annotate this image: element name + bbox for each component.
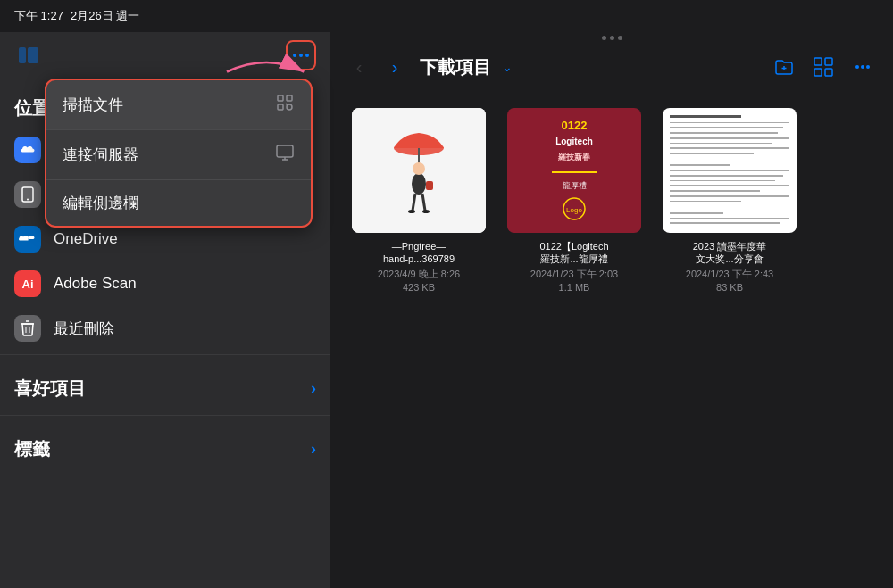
svg-point-36: [422, 210, 430, 213]
more-options-wrapper: [286, 40, 316, 70]
divider-2: [0, 415, 330, 416]
svg-rect-0: [19, 47, 26, 63]
status-bar: 下午 1:27 2月26日 週一: [0, 0, 893, 32]
forward-button[interactable]: ›: [380, 53, 409, 81]
file-name-pngtree: —Pngtree—hand-p...369789: [383, 240, 455, 266]
svg-line-33: [413, 194, 415, 211]
menu-item-edit[interactable]: 編輯側邊欄: [46, 180, 311, 226]
sidebar: 掃描文件 連接伺服器: [0, 32, 330, 588]
dots-indicator: [330, 32, 893, 44]
file-meta-logitech: 2024/1/23 下午 2:031.1 MB: [530, 268, 618, 295]
sidebar-item-trash[interactable]: 最近刪除: [0, 306, 330, 351]
dropdown-menu: 掃描文件 連接伺服器: [45, 79, 313, 228]
svg-point-4: [305, 54, 309, 57]
ipad-icon: [14, 181, 41, 208]
icloud-icon: [14, 137, 41, 163]
file-thumbnail-pngtree: [352, 108, 486, 233]
menu-scan-label: 掃描文件: [63, 95, 123, 115]
svg-text:Logo: Logo: [566, 206, 582, 214]
svg-point-28: [866, 65, 870, 69]
tags-section[interactable]: 標籤 ›: [0, 427, 330, 472]
scan-icon: [275, 93, 295, 117]
tags-chevron: ›: [311, 440, 316, 459]
svg-point-3: [299, 54, 303, 57]
svg-rect-23: [825, 58, 832, 65]
adobe-icon: Ai: [14, 270, 41, 297]
dot-3: [618, 36, 622, 40]
title-dropdown-chevron[interactable]: ⌄: [502, 60, 513, 74]
sidebar-toggle-button[interactable]: [14, 41, 43, 70]
more-options-button[interactable]: [286, 40, 316, 70]
divider-1: [0, 354, 330, 355]
svg-rect-8: [278, 104, 283, 110]
back-button[interactable]: ‹: [345, 53, 373, 81]
svg-rect-7: [287, 95, 292, 101]
monitor-icon: [275, 143, 295, 167]
sidebar-header: [0, 32, 330, 79]
content-header: ‹ › 下載項目 ⌄: [330, 44, 893, 90]
svg-rect-37: [426, 181, 433, 190]
favorites-chevron: ›: [311, 379, 316, 398]
file-thumbnail-award: [663, 108, 797, 233]
menu-item-connect[interactable]: 連接伺服器: [46, 130, 311, 180]
dot-1: [602, 36, 606, 40]
main-layout: 掃描文件 連接伺服器: [0, 32, 893, 588]
svg-point-35: [408, 210, 415, 213]
file-name-logitech: 0122【Logitech羅技新...龍厚禮: [539, 240, 608, 266]
sidebar-item-adobe[interactable]: Ai Adobe Scan: [0, 261, 330, 306]
file-item-award[interactable]: 2023 讀墨年度華文大奖...分享會 2024/1/23 下午 2:4383 …: [663, 108, 797, 294]
svg-line-34: [422, 194, 425, 211]
onedrive-label: OneDrive: [54, 230, 118, 248]
favorites-section[interactable]: 喜好項目 ›: [0, 366, 330, 411]
new-folder-button[interactable]: [768, 51, 800, 83]
file-item-pngtree[interactable]: —Pngtree—hand-p...369789 2023/4/9 晚上 8:2…: [352, 108, 486, 294]
file-thumbnail-logitech: 0122 Logitech 羅技新春 龍厚禮 Logo: [507, 108, 641, 233]
trash-label: 最近刪除: [54, 319, 114, 339]
content-area: ‹ › 下載項目 ⌄: [330, 32, 893, 588]
file-grid: —Pngtree—hand-p...369789 2023/4/9 晚上 8:2…: [330, 90, 893, 312]
file-name-award: 2023 讀墨年度華文大奖...分享會: [693, 240, 767, 266]
status-date: 2月26日 週一: [71, 8, 139, 24]
svg-rect-24: [814, 69, 822, 76]
svg-point-2: [293, 54, 296, 57]
view-toggle-button[interactable]: [807, 51, 839, 83]
breadcrumb-title: 下載項目: [420, 55, 491, 79]
svg-point-15: [27, 199, 29, 201]
svg-point-26: [855, 65, 859, 69]
trash-icon: [14, 315, 41, 342]
status-time: 下午 1:27: [14, 8, 63, 24]
svg-rect-6: [278, 95, 283, 101]
svg-rect-1: [28, 47, 38, 63]
tags-title: 標籤: [14, 437, 50, 461]
content-more-button[interactable]: [847, 51, 879, 83]
favorites-title: 喜好項目: [14, 377, 86, 401]
file-meta-award: 2024/1/23 下午 2:4383 KB: [686, 268, 773, 295]
svg-line-10: [286, 104, 288, 106]
file-item-logitech[interactable]: 0122 Logitech 羅技新春 龍厚禮 Logo 0122【Logitec…: [507, 108, 641, 294]
svg-point-32: [413, 162, 425, 175]
dot-2: [610, 36, 614, 40]
svg-rect-25: [825, 69, 832, 76]
adobe-label: Adobe Scan: [54, 275, 137, 293]
menu-edit-label: 編輯側邊欄: [63, 193, 138, 213]
svg-rect-22: [814, 58, 822, 65]
onedrive-icon: [14, 226, 41, 253]
svg-point-31: [412, 173, 426, 195]
svg-rect-11: [277, 145, 293, 157]
menu-item-scan[interactable]: 掃描文件: [46, 80, 311, 130]
menu-connect-label: 連接伺服器: [63, 145, 138, 165]
svg-point-27: [861, 65, 864, 69]
file-meta-pngtree: 2023/4/9 晚上 8:26423 KB: [378, 268, 460, 295]
